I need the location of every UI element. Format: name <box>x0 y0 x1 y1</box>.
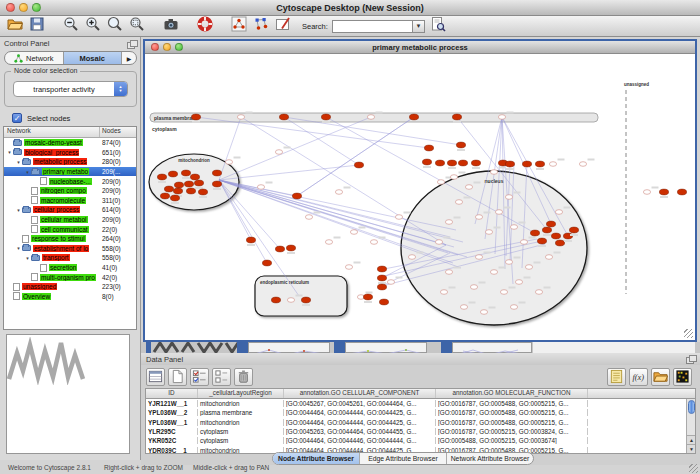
expand-icon[interactable]: ▾ <box>15 207 22 213</box>
graph-node[interactable] <box>522 161 531 167</box>
attribute-table-header[interactable]: ID_cellularLayoutRegionannotation.GO CEL… <box>146 389 695 399</box>
background-window[interactable] <box>345 342 427 353</box>
save-icon[interactable] <box>28 16 46 33</box>
column-header[interactable]: annotation.GO MOLECULAR_FUNCTION <box>436 389 588 398</box>
graph-node-unselected[interactable] <box>387 280 394 285</box>
graph-node-unselected[interactable] <box>579 162 586 167</box>
search-settings-icon[interactable] <box>429 16 447 33</box>
delete-button[interactable] <box>234 368 253 386</box>
graph-node[interactable] <box>279 114 288 120</box>
graph-node-unselected[interactable] <box>445 270 452 275</box>
zoom-in-icon[interactable] <box>84 16 102 33</box>
float-data-panel-icon[interactable] <box>686 355 695 363</box>
table-scrollbar[interactable]: ▲ ▼ <box>686 399 695 453</box>
graph-node[interactable] <box>173 188 182 194</box>
graph-node-unselected[interactable] <box>485 230 492 235</box>
float-panel-icon[interactable] <box>127 40 136 48</box>
tree-row[interactable]: cell communicat22(0) <box>4 224 136 234</box>
graph-node-unselected[interactable] <box>370 240 377 245</box>
graph-node[interactable] <box>379 299 388 305</box>
expand-icon[interactable]: ▾ <box>15 159 22 165</box>
graph-node[interactable] <box>184 181 193 187</box>
graph-node-unselected[interactable] <box>555 210 562 215</box>
graph-node[interactable] <box>292 193 301 199</box>
graph-node-unselected[interactable] <box>460 305 467 310</box>
graph-node-unselected[interactable] <box>367 115 374 120</box>
graph-node[interactable] <box>422 159 431 165</box>
camera-icon[interactable] <box>162 16 180 33</box>
tree-row[interactable]: cellular metabol209(0) <box>4 215 136 225</box>
graph-node[interactable] <box>535 161 544 167</box>
graph-node[interactable] <box>377 275 386 281</box>
graph-node[interactable] <box>164 186 173 192</box>
graph-node[interactable] <box>181 170 190 176</box>
graph-node-unselected[interactable] <box>470 285 477 290</box>
graph-node[interactable] <box>190 174 199 180</box>
graph-node[interactable] <box>435 160 444 166</box>
graph-node[interactable] <box>198 189 207 195</box>
expand-icon[interactable]: ▾ <box>24 255 31 261</box>
zoom-selected-icon[interactable] <box>128 16 146 33</box>
graph-node[interactable] <box>530 230 539 236</box>
graph-node[interactable] <box>212 181 221 187</box>
new-document-button[interactable] <box>168 368 187 386</box>
graph-node-unselected[interactable] <box>275 150 282 155</box>
table-row[interactable]: YJR121W__1mitochondrion[GO:0045267, GO:0… <box>146 399 695 408</box>
tree-row[interactable]: unassigned223(0) <box>4 282 136 292</box>
graph-node[interactable] <box>677 189 686 195</box>
expand-icon[interactable]: ▾ <box>6 149 13 155</box>
graph-node-unselected[interactable] <box>643 190 650 195</box>
network-box-icon[interactable] <box>230 16 248 33</box>
graph-node[interactable] <box>186 188 195 194</box>
graph-node-unselected[interactable] <box>505 260 512 265</box>
graph-node-unselected[interactable] <box>475 215 482 220</box>
expand-icon[interactable]: ▾ <box>15 245 22 251</box>
graph-node[interactable] <box>170 195 179 201</box>
graph-node-unselected[interactable] <box>325 240 332 245</box>
background-window[interactable] <box>146 342 151 353</box>
help-ring-icon[interactable] <box>196 16 214 33</box>
select-nodes-checkbox[interactable]: ✓ <box>12 113 22 123</box>
network-window-titlebar[interactable]: primary metabolic process <box>145 41 695 54</box>
graph-node-unselected[interactable] <box>525 265 532 270</box>
graph-node[interactable] <box>409 114 418 120</box>
graph-node[interactable] <box>551 233 560 239</box>
graph-node-unselected[interactable] <box>545 255 552 260</box>
graph-node-unselected[interactable] <box>549 162 556 167</box>
graph-node[interactable] <box>363 294 372 300</box>
tree-row[interactable]: nucleobase-...209(0) <box>4 176 136 186</box>
graph-node-unselected[interactable] <box>350 230 357 235</box>
graph-node-unselected[interactable] <box>445 220 452 225</box>
tree-row[interactable]: ▾establishment of lo558(0) <box>4 244 136 254</box>
graph-node-unselected[interactable] <box>335 190 342 195</box>
graph-node-unselected[interactable] <box>437 180 444 185</box>
graph-node-unselected[interactable] <box>510 305 517 310</box>
graph-node[interactable] <box>424 145 433 151</box>
background-window[interactable] <box>334 342 345 353</box>
graph-node[interactable] <box>194 180 203 186</box>
open-folder-icon[interactable] <box>6 16 24 33</box>
expand-icon[interactable]: ▾ <box>24 169 31 175</box>
search-dropdown-button[interactable]: ▼ <box>412 20 425 33</box>
background-window[interactable] <box>452 342 532 353</box>
graph-node[interactable] <box>377 266 386 272</box>
graph-node[interactable] <box>354 162 363 168</box>
graph-node[interactable] <box>458 160 467 166</box>
graph-node-unselected[interactable] <box>498 115 505 120</box>
graph-node-unselected[interactable] <box>435 240 442 245</box>
graph-node-unselected[interactable] <box>495 210 502 215</box>
graph-node-unselected[interactable] <box>505 195 512 200</box>
graph-node-unselected[interactable] <box>475 255 482 260</box>
graph-node-unselected[interactable] <box>450 175 457 180</box>
table-row[interactable]: YKR052Ccytoplasm[GO:0044464, GO:0044446,… <box>146 436 695 445</box>
graph-node-unselected[interactable] <box>455 200 462 205</box>
graph-node[interactable] <box>377 284 386 290</box>
graph-node[interactable] <box>321 114 330 120</box>
table-row[interactable]: YPL036W__2plasma membrane[GO:0044464, GO… <box>146 408 695 417</box>
app-resize-grip[interactable] <box>689 464 698 473</box>
graph-node[interactable] <box>542 227 551 233</box>
tree-header[interactable]: Network Nodes <box>4 127 136 138</box>
graph-node-unselected[interactable] <box>225 160 232 165</box>
graph-node[interactable] <box>505 161 514 167</box>
graph-node[interactable] <box>659 189 668 195</box>
